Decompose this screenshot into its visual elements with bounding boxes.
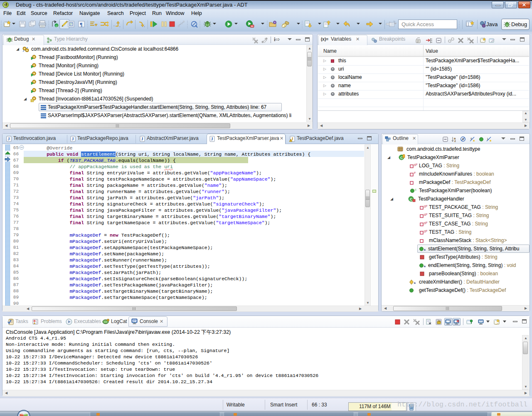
- svg-text:F: F: [426, 213, 428, 216]
- svg-text:R: R: [462, 137, 465, 141]
- svg-text:F: F: [414, 171, 416, 175]
- svg-text:J: J: [8, 137, 10, 141]
- svg-text:J: J: [211, 137, 213, 141]
- svg-text:F: F: [426, 221, 428, 225]
- svg-text:L: L: [487, 137, 489, 141]
- svg-text:s: s: [470, 137, 472, 140]
- svg-text:.: .: [144, 23, 145, 28]
- svg-text:F: F: [416, 163, 418, 166]
- svg-text:¶: ¶: [80, 22, 82, 27]
- svg-text:F: F: [426, 229, 428, 233]
- svg-text:J: J: [484, 20, 486, 25]
- svg-text:C: C: [410, 197, 413, 201]
- svg-text:.: .: [113, 22, 115, 27]
- svg-text:F: F: [426, 204, 428, 208]
- svg-text:C: C: [56, 24, 58, 28]
- svg-text:.: .: [119, 23, 121, 28]
- svg-text:c: c: [415, 188, 416, 191]
- svg-text:z: z: [454, 139, 456, 142]
- svg-text:J: J: [141, 137, 143, 141]
- svg-text:J: J: [72, 137, 74, 141]
